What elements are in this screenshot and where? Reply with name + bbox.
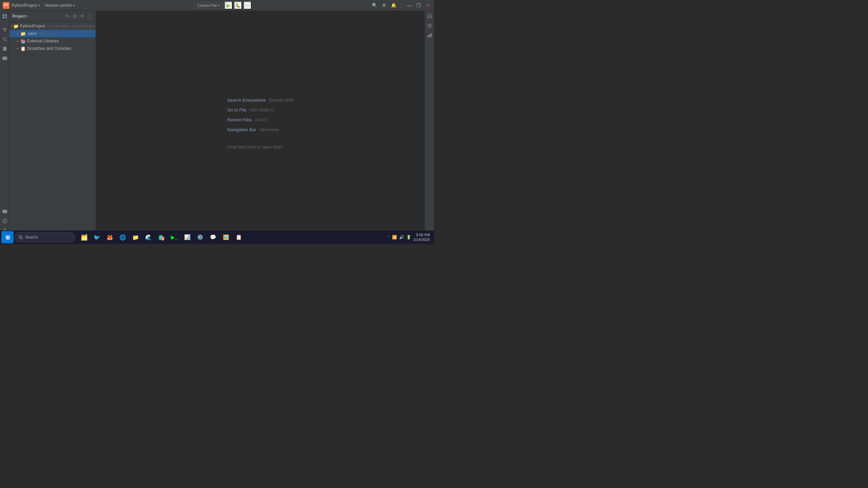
- search-tool-button[interactable]: [1, 35, 9, 43]
- svg-rect-26: [428, 35, 429, 37]
- sidebar-collapse-button[interactable]: ⊟: [71, 13, 78, 20]
- taskbar-discord-icon[interactable]: 💬: [207, 231, 219, 243]
- tray-up-arrow[interactable]: ⌃: [387, 236, 390, 239]
- tree-arrow: ▾: [11, 24, 13, 28]
- svg-point-9: [3, 38, 6, 40]
- close-button[interactable]: ✕: [425, 2, 431, 9]
- taskbar-terminal-icon[interactable]: ▶_: [168, 231, 180, 243]
- tree-item-external-libraries[interactable]: ▸ 📚 External Libraries: [9, 37, 96, 45]
- tray-sound-icon[interactable]: 🔊: [399, 235, 404, 240]
- tray-battery-icon[interactable]: 🔋: [406, 235, 411, 240]
- sidebar-close-button[interactable]: ✕: [79, 13, 85, 20]
- hint-navigation-bar: Navigation Bar Alt+Home: [227, 127, 279, 132]
- taskbar-edge-icon[interactable]: 🌊: [142, 231, 155, 243]
- run-button[interactable]: ▶: [224, 1, 233, 9]
- file-tree: ▾ 📁 PythonProject C:\Users\Adm...Pycharm…: [9, 22, 96, 236]
- folder-icon: 📁: [20, 31, 26, 36]
- taskbar-chrome-icon[interactable]: 🌐: [117, 231, 129, 243]
- sidebar-header: Project ▾ ↻ ⊟ ✕ ⋮: [9, 11, 96, 22]
- debug-button[interactable]: 🐛: [234, 1, 242, 9]
- app-icon: PP: [3, 2, 9, 9]
- svg-rect-28: [431, 33, 432, 37]
- settings-button[interactable]: ⚙: [381, 2, 388, 9]
- taskbar-folder-icon[interactable]: 📁: [130, 231, 142, 243]
- editor-hints: Search Everywhere Double Shift Go to Fil…: [227, 98, 293, 149]
- svg-line-10: [5, 40, 7, 41]
- hint-go-to-file: Go to File Ctrl+Shift+N: [227, 107, 274, 113]
- hint-search-everywhere: Search Everywhere Double Shift: [227, 98, 293, 103]
- project-panel-title[interactable]: Project ▾: [12, 14, 29, 19]
- taskbar-settings-icon[interactable]: ⚙️: [194, 231, 206, 243]
- svg-line-33: [22, 238, 23, 239]
- taskbar-task-manager-icon[interactable]: 📊: [181, 231, 193, 243]
- color-picker-button[interactable]: [426, 22, 434, 30]
- clock[interactable]: 9:50 PM 2/14/2025: [413, 232, 430, 242]
- toolbar-actions: Current File ▾ ▶ 🐛 ⋯: [194, 1, 251, 9]
- stats-button[interactable]: [426, 31, 434, 39]
- project-tool-button[interactable]: [1, 12, 9, 20]
- editor-area: Search Everywhere Double Shift Go to Fil…: [96, 11, 425, 236]
- taskbar-search-box[interactable]: Search: [14, 232, 75, 242]
- svg-rect-2: [5, 14, 7, 16]
- python-console-button[interactable]: [1, 54, 9, 62]
- tree-item-python-project[interactable]: ▾ 📁 PythonProject C:\Users\Adm...Pycharm…: [9, 22, 96, 30]
- sidebar-header-actions: ↻ ⊟ ✕ ⋮: [64, 13, 93, 20]
- project-menu[interactable]: PythonProject ▾: [12, 3, 40, 8]
- left-tool-bar: [0, 11, 9, 236]
- current-file-dropdown[interactable]: Current File ▾: [194, 2, 223, 8]
- svg-point-18: [4, 222, 5, 222]
- libraries-icon: 📚: [20, 39, 26, 44]
- taskbar: ⊞ Search 🗂️ 🐦 🦊 🌐 📁 🌊 🛍️ ▶_ 📊 ⚙️ 💬 🖼️ 📋 …: [0, 230, 434, 244]
- sidebar-panel: Project ▾ ↻ ⊟ ✕ ⋮ ▾ 📁 PythonProject C:\U…: [9, 11, 96, 236]
- svg-line-7: [4, 29, 5, 30]
- start-button[interactable]: ⊞: [1, 231, 14, 243]
- drop-files-hint: Drop files here to open them: [227, 144, 283, 149]
- svg-line-8: [5, 29, 6, 30]
- sidebar-refresh-button[interactable]: ↻: [64, 13, 71, 20]
- taskbar-bird-icon[interactable]: 🐦: [91, 231, 103, 243]
- system-tray: ⌃ 📶 🔊 🔋 9:50 PM 2/14/2025: [384, 232, 433, 242]
- database-tool-button[interactable]: [1, 45, 9, 53]
- svg-point-32: [19, 236, 22, 238]
- app-window: PP PythonProject ▾ Version control ▾ Cur…: [0, 0, 434, 244]
- main-content-area: Project ▾ ↻ ⊟ ✕ ⋮ ▾ 📁 PythonProject C:\U…: [0, 11, 434, 236]
- svg-point-5: [5, 28, 6, 29]
- vcs-tool-button[interactable]: [1, 26, 9, 34]
- taskbar-explorer-icon[interactable]: 🗂️: [78, 231, 90, 243]
- svg-rect-3: [5, 17, 7, 18]
- terminal-button[interactable]: [1, 207, 9, 216]
- minimize-button[interactable]: —: [406, 2, 412, 9]
- taskbar-photos-icon[interactable]: 🖼️: [220, 231, 232, 243]
- search-everywhere-icon[interactable]: 🔍: [371, 2, 378, 9]
- notifications-right-button[interactable]: [426, 12, 434, 20]
- tree-item-venv[interactable]: ▸ 📁 .venv library root: [9, 30, 96, 37]
- tree-arrow: ▸: [16, 39, 20, 43]
- svg-point-6: [4, 30, 5, 32]
- svg-point-19: [4, 228, 5, 230]
- problems-button[interactable]: [1, 217, 9, 225]
- svg-point-4: [3, 28, 4, 29]
- tree-item-scratches[interactable]: ▸ 📋 Scratches and Consoles: [9, 45, 96, 52]
- taskbar-firefox-icon[interactable]: 🦊: [104, 231, 116, 243]
- taskbar-search-icon: [19, 235, 23, 240]
- tray-network-icon[interactable]: 📶: [392, 235, 397, 240]
- svg-rect-0: [3, 14, 4, 16]
- notifications-icon[interactable]: 🔔: [390, 2, 397, 9]
- version-control-menu[interactable]: Version control ▾: [45, 3, 75, 8]
- taskbar-store-icon[interactable]: 🛍️: [155, 231, 167, 243]
- restore-button[interactable]: ❐: [415, 2, 422, 9]
- scratches-icon: 📋: [20, 46, 26, 51]
- taskbar-extra-icon[interactable]: 📋: [233, 231, 245, 243]
- hint-recent-files: Recent Files Ctrl+E: [227, 117, 268, 122]
- folder-icon: 📁: [13, 24, 19, 29]
- tree-arrow: ▸: [16, 32, 20, 36]
- more-run-options[interactable]: ⋯: [243, 1, 252, 9]
- tree-arrow: ▸: [16, 46, 20, 50]
- svg-rect-27: [429, 34, 430, 37]
- right-tool-bar: [425, 11, 434, 236]
- svg-rect-1: [3, 17, 4, 18]
- window-controls: 🔍 ⚙ 🔔 — ❐ ✕: [371, 2, 431, 9]
- sidebar-more-button[interactable]: ⋮: [86, 13, 93, 20]
- title-bar: PP PythonProject ▾ Version control ▾ Cur…: [0, 0, 434, 11]
